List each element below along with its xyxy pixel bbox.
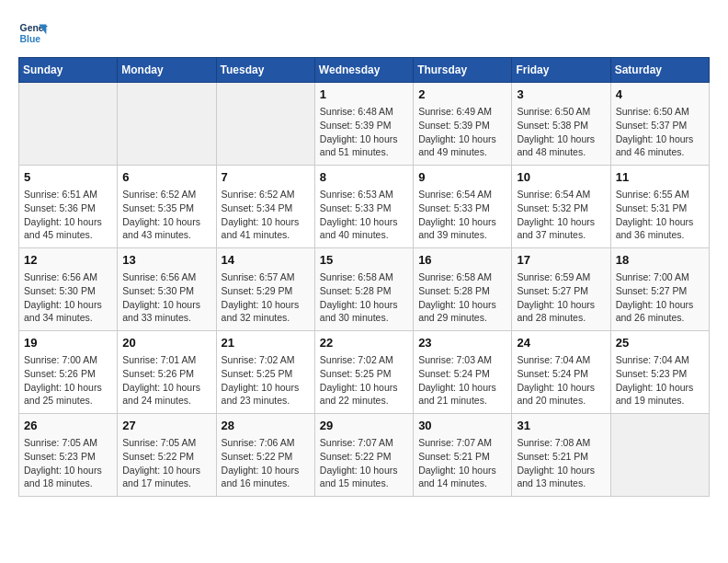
column-header-sunday: Sunday [19, 58, 118, 83]
page-header: General Blue [18, 18, 710, 48]
day-info: Sunrise: 7:04 AM Sunset: 5:24 PM Dayligh… [517, 353, 605, 408]
logo-icon: General Blue [18, 18, 48, 48]
day-number: 24 [517, 335, 605, 351]
calendar-cell: 20Sunrise: 7:01 AM Sunset: 5:26 PM Dayli… [118, 331, 216, 414]
calendar-cell: 7Sunrise: 6:52 AM Sunset: 5:34 PM Daylig… [216, 166, 314, 248]
day-info: Sunrise: 6:54 AM Sunset: 5:33 PM Dayligh… [418, 188, 506, 242]
day-info: Sunrise: 6:58 AM Sunset: 5:28 PM Dayligh… [320, 270, 408, 325]
day-info: Sunrise: 7:01 AM Sunset: 5:26 PM Dayligh… [122, 353, 210, 408]
day-info: Sunrise: 7:04 AM Sunset: 5:23 PM Dayligh… [616, 353, 704, 408]
calendar-cell: 4Sunrise: 6:50 AM Sunset: 5:37 PM Daylig… [610, 83, 709, 166]
calendar-cell: 19Sunrise: 7:00 AM Sunset: 5:26 PM Dayli… [19, 331, 118, 414]
day-number: 27 [122, 418, 210, 434]
day-info: Sunrise: 7:02 AM Sunset: 5:25 PM Dayligh… [320, 353, 408, 408]
day-info: Sunrise: 6:55 AM Sunset: 5:31 PM Dayligh… [616, 188, 704, 242]
day-number: 20 [122, 335, 210, 351]
day-info: Sunrise: 6:52 AM Sunset: 5:34 PM Dayligh… [222, 188, 310, 242]
calendar-cell: 25Sunrise: 7:04 AM Sunset: 5:23 PM Dayli… [610, 331, 709, 414]
column-header-saturday: Saturday [610, 58, 709, 83]
calendar-cell: 5Sunrise: 6:51 AM Sunset: 5:36 PM Daylig… [19, 166, 118, 248]
day-info: Sunrise: 6:54 AM Sunset: 5:32 PM Dayligh… [517, 188, 605, 242]
day-info: Sunrise: 7:05 AM Sunset: 5:23 PM Dayligh… [24, 436, 112, 490]
calendar-cell [610, 414, 709, 497]
day-info: Sunrise: 6:49 AM Sunset: 5:39 PM Dayligh… [418, 105, 506, 159]
day-number: 15 [320, 252, 408, 269]
calendar-cell: 23Sunrise: 7:03 AM Sunset: 5:24 PM Dayli… [414, 331, 512, 414]
calendar-cell: 8Sunrise: 6:53 AM Sunset: 5:33 PM Daylig… [314, 166, 413, 248]
column-header-tuesday: Tuesday [216, 58, 314, 83]
day-number: 2 [418, 86, 506, 103]
day-number: 28 [222, 418, 310, 434]
calendar-cell: 30Sunrise: 7:07 AM Sunset: 5:21 PM Dayli… [414, 414, 512, 497]
day-number: 6 [122, 169, 210, 186]
calendar-cell: 10Sunrise: 6:54 AM Sunset: 5:32 PM Dayli… [512, 166, 610, 248]
day-info: Sunrise: 6:56 AM Sunset: 5:30 PM Dayligh… [24, 270, 112, 325]
day-number: 26 [24, 418, 112, 434]
svg-text:Blue: Blue [20, 34, 41, 44]
calendar-table: SundayMondayTuesdayWednesdayThursdayFrid… [18, 57, 710, 497]
day-info: Sunrise: 6:50 AM Sunset: 5:38 PM Dayligh… [517, 105, 605, 159]
day-info: Sunrise: 7:02 AM Sunset: 5:25 PM Dayligh… [222, 353, 310, 408]
calendar-cell: 26Sunrise: 7:05 AM Sunset: 5:23 PM Dayli… [19, 414, 118, 497]
day-info: Sunrise: 7:06 AM Sunset: 5:22 PM Dayligh… [222, 436, 310, 490]
column-header-monday: Monday [118, 58, 216, 83]
day-number: 16 [418, 252, 506, 269]
calendar-cell: 31Sunrise: 7:08 AM Sunset: 5:21 PM Dayli… [512, 414, 610, 497]
day-info: Sunrise: 6:48 AM Sunset: 5:39 PM Dayligh… [320, 105, 408, 159]
day-info: Sunrise: 6:53 AM Sunset: 5:33 PM Dayligh… [320, 188, 408, 242]
day-info: Sunrise: 7:07 AM Sunset: 5:22 PM Dayligh… [320, 436, 408, 490]
calendar-cell: 17Sunrise: 6:59 AM Sunset: 5:27 PM Dayli… [512, 248, 610, 331]
day-info: Sunrise: 7:05 AM Sunset: 5:22 PM Dayligh… [122, 436, 210, 490]
day-info: Sunrise: 6:52 AM Sunset: 5:35 PM Dayligh… [122, 188, 210, 242]
day-info: Sunrise: 6:50 AM Sunset: 5:37 PM Dayligh… [616, 105, 704, 159]
day-number: 12 [24, 252, 112, 269]
day-info: Sunrise: 6:58 AM Sunset: 5:28 PM Dayligh… [418, 270, 506, 325]
day-info: Sunrise: 6:51 AM Sunset: 5:36 PM Dayligh… [24, 188, 112, 242]
day-number: 4 [616, 86, 704, 103]
day-number: 3 [517, 86, 605, 103]
day-info: Sunrise: 7:00 AM Sunset: 5:27 PM Dayligh… [616, 270, 704, 325]
day-number: 14 [222, 252, 310, 269]
day-number: 25 [616, 335, 704, 351]
calendar-cell: 29Sunrise: 7:07 AM Sunset: 5:22 PM Dayli… [314, 414, 413, 497]
day-info: Sunrise: 7:07 AM Sunset: 5:21 PM Dayligh… [418, 436, 506, 490]
day-number: 10 [517, 169, 605, 186]
calendar-cell: 15Sunrise: 6:58 AM Sunset: 5:28 PM Dayli… [314, 248, 413, 331]
day-number: 19 [24, 335, 112, 351]
calendar-cell: 24Sunrise: 7:04 AM Sunset: 5:24 PM Dayli… [512, 331, 610, 414]
day-info: Sunrise: 7:00 AM Sunset: 5:26 PM Dayligh… [24, 353, 112, 408]
day-number: 29 [320, 418, 408, 434]
day-number: 5 [24, 169, 112, 186]
day-number: 7 [222, 169, 310, 186]
calendar-cell [216, 83, 314, 166]
day-number: 31 [517, 418, 605, 434]
day-number: 18 [616, 252, 704, 269]
day-info: Sunrise: 6:59 AM Sunset: 5:27 PM Dayligh… [517, 270, 605, 325]
calendar-cell: 28Sunrise: 7:06 AM Sunset: 5:22 PM Dayli… [216, 414, 314, 497]
column-header-wednesday: Wednesday [314, 58, 413, 83]
column-header-thursday: Thursday [414, 58, 512, 83]
day-number: 22 [320, 335, 408, 351]
day-number: 1 [320, 86, 408, 103]
day-number: 8 [320, 169, 408, 186]
day-number: 30 [418, 418, 506, 434]
day-number: 23 [418, 335, 506, 351]
calendar-cell: 9Sunrise: 6:54 AM Sunset: 5:33 PM Daylig… [414, 166, 512, 248]
calendar-cell: 11Sunrise: 6:55 AM Sunset: 5:31 PM Dayli… [610, 166, 709, 248]
calendar-cell: 27Sunrise: 7:05 AM Sunset: 5:22 PM Dayli… [118, 414, 216, 497]
column-header-friday: Friday [512, 58, 610, 83]
calendar-cell: 14Sunrise: 6:57 AM Sunset: 5:29 PM Dayli… [216, 248, 314, 331]
day-info: Sunrise: 7:03 AM Sunset: 5:24 PM Dayligh… [418, 353, 506, 408]
day-number: 13 [122, 252, 210, 269]
calendar-cell: 6Sunrise: 6:52 AM Sunset: 5:35 PM Daylig… [118, 166, 216, 248]
calendar-cell: 13Sunrise: 6:56 AM Sunset: 5:30 PM Dayli… [118, 248, 216, 331]
day-number: 9 [418, 169, 506, 186]
calendar-cell: 16Sunrise: 6:58 AM Sunset: 5:28 PM Dayli… [414, 248, 512, 331]
calendar-cell: 22Sunrise: 7:02 AM Sunset: 5:25 PM Dayli… [314, 331, 413, 414]
day-info: Sunrise: 6:56 AM Sunset: 5:30 PM Dayligh… [122, 270, 210, 325]
calendar-cell [118, 83, 216, 166]
day-number: 17 [517, 252, 605, 269]
day-number: 11 [616, 169, 704, 186]
calendar-cell: 1Sunrise: 6:48 AM Sunset: 5:39 PM Daylig… [314, 83, 413, 166]
calendar-cell: 12Sunrise: 6:56 AM Sunset: 5:30 PM Dayli… [19, 248, 118, 331]
